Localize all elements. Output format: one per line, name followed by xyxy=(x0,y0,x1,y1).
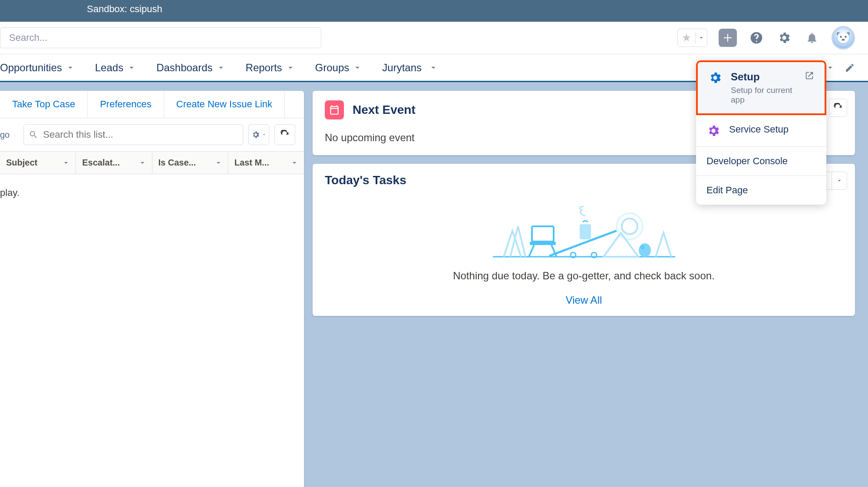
right-panel: Next Event No upcoming event Today's Tas… xyxy=(313,91,868,487)
menu-item-edit-page[interactable]: Edit Page xyxy=(696,176,826,205)
help-button[interactable] xyxy=(748,30,765,46)
chevron-down-icon[interactable] xyxy=(287,64,294,72)
nav-tab-opportunities[interactable]: Opportunities xyxy=(0,54,85,81)
service-setup-label: Service Setup xyxy=(729,124,789,135)
gear-icon xyxy=(706,124,720,138)
developer-console-label: Developer Console xyxy=(706,156,788,167)
content-area: Take Top Case Preferences Create New Iss… xyxy=(0,82,868,487)
column-subject[interactable]: Subject xyxy=(0,152,76,174)
nav-tab-leads[interactable]: Leads xyxy=(85,54,146,81)
star-icon xyxy=(678,33,695,43)
nav-tab-reports[interactable]: Reports xyxy=(235,54,305,81)
view-all-link[interactable]: View All xyxy=(325,294,843,306)
edit-page-label: Edit Page xyxy=(706,185,748,196)
svg-rect-10 xyxy=(580,224,591,239)
user-avatar[interactable] xyxy=(832,26,855,50)
nav-tab-jurytans[interactable]: Jurytans xyxy=(372,54,448,81)
edit-nav-button[interactable] xyxy=(834,63,855,73)
svg-point-12 xyxy=(622,219,637,234)
calendar-icon xyxy=(325,100,344,119)
svg-point-14 xyxy=(639,243,651,257)
tasks-message: Nothing due today. Be a go-getter, and c… xyxy=(325,270,843,282)
list-search-input[interactable] xyxy=(23,124,243,145)
svg-point-2 xyxy=(840,36,842,38)
menu-item-service-setup[interactable]: Service Setup xyxy=(696,115,826,147)
list-refresh-button[interactable] xyxy=(274,124,295,145)
empty-list-message: play. xyxy=(0,174,304,212)
tasks-illustration xyxy=(325,196,843,261)
gear-icon xyxy=(708,71,722,85)
list-updated-info: go xyxy=(0,130,18,140)
nav-tab-groups[interactable]: Groups xyxy=(305,54,372,81)
svg-line-7 xyxy=(529,245,534,257)
svg-point-1 xyxy=(838,33,849,43)
tasks-title: Today's Tasks xyxy=(325,173,406,187)
header-actions xyxy=(677,26,855,50)
list-settings-button[interactable] xyxy=(248,124,269,145)
sandbox-banner: Sandbox: csipush xyxy=(0,0,868,22)
chevron-down-icon[interactable] xyxy=(429,64,437,72)
list-controls: go xyxy=(0,118,304,151)
list-search-wrap xyxy=(23,124,243,145)
menu-item-developer-console[interactable]: Developer Console xyxy=(696,147,826,176)
svg-point-13 xyxy=(617,213,643,239)
column-escalation[interactable]: Escalat... xyxy=(76,152,152,174)
open-new-icon[interactable] xyxy=(805,71,814,80)
refresh-button[interactable] xyxy=(829,99,847,117)
column-is-case[interactable]: Is Case... xyxy=(152,152,228,174)
svg-rect-9 xyxy=(532,226,554,242)
chevron-down-icon[interactable] xyxy=(217,64,225,72)
global-search-input[interactable] xyxy=(0,27,321,48)
favorites-button[interactable] xyxy=(677,29,707,47)
create-issue-link-button[interactable]: Create New Issue Link xyxy=(164,91,285,118)
chevron-down-icon[interactable] xyxy=(353,64,361,72)
take-top-case-button[interactable]: Take Top Case xyxy=(0,91,88,118)
notifications-button[interactable] xyxy=(804,30,820,46)
chevron-down-icon xyxy=(63,159,69,166)
setup-menu: Setup Setup for current app Service Setu… xyxy=(696,60,826,205)
sandbox-label: Sandbox: csipush xyxy=(87,3,162,14)
column-last-modified[interactable]: Last M... xyxy=(228,152,304,174)
svg-point-3 xyxy=(845,36,846,38)
case-actions: Take Top Case Preferences Create New Iss… xyxy=(0,91,304,118)
setup-subtitle: Setup for current app xyxy=(731,86,796,105)
next-event-title: Next Event xyxy=(353,103,416,117)
chevron-down-icon xyxy=(139,159,146,166)
chevron-down-icon[interactable] xyxy=(128,64,135,72)
cases-panel: Take Top Case Preferences Create New Iss… xyxy=(0,91,304,487)
nav-more-chevron[interactable] xyxy=(826,64,834,72)
global-add-button[interactable] xyxy=(719,29,737,47)
header-bar xyxy=(0,22,868,54)
setup-gear-button[interactable] xyxy=(776,30,792,46)
chevron-down-icon[interactable] xyxy=(66,64,74,72)
table-header: Subject Escalat... Is Case... Last M... xyxy=(0,151,304,174)
svg-point-4 xyxy=(842,39,845,40)
global-search-wrap xyxy=(0,27,321,48)
menu-item-setup[interactable]: Setup Setup for current app xyxy=(696,60,826,115)
chevron-down-icon xyxy=(291,159,298,166)
setup-title: Setup xyxy=(731,71,796,83)
search-icon xyxy=(29,130,38,139)
preferences-button[interactable]: Preferences xyxy=(88,91,164,118)
chevron-down-icon[interactable] xyxy=(696,35,707,41)
chevron-down-icon xyxy=(832,172,847,189)
nav-tab-dashboards[interactable]: Dashboards xyxy=(146,54,235,81)
chevron-down-icon xyxy=(215,159,222,166)
